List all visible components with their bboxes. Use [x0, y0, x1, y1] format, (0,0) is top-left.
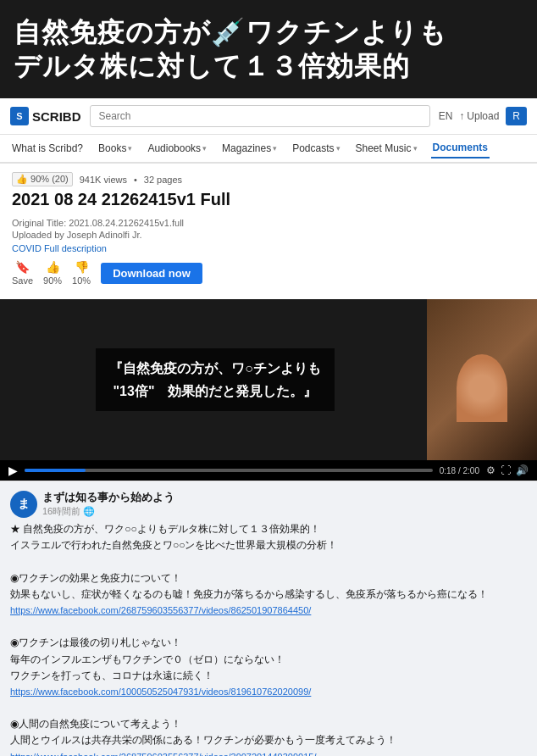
nav-audiobooks[interactable]: Audiobooks ▾ — [146, 139, 208, 158]
header-right: EN ↑ Upload R — [439, 107, 527, 125]
video-progress-bar[interactable] — [25, 469, 433, 472]
post-line: ◉ワクチンの効果と免疫力について！ — [10, 572, 181, 584]
progress-fill — [25, 469, 86, 472]
nav-documents[interactable]: Documents — [431, 138, 490, 158]
nav-sheet-music[interactable]: Sheet Music ▾ — [354, 139, 419, 158]
fb-link[interactable]: https://www.facebook.com/100050525047931… — [10, 687, 311, 697]
video-control-icons: ⚙ ⛶ 🔊 — [486, 464, 529, 476]
nav-podcasts[interactable]: Podcasts ▾ — [291, 139, 341, 158]
like-action[interactable]: 👍 90% — [43, 260, 62, 286]
scribd-logo-text: SCRIBD — [32, 109, 81, 124]
fb-post-body: ★ 自然免疫の方が、ワク○○よりもデルタ株に対して１３倍効果的！イスラエルで行わ… — [10, 521, 527, 756]
banner-line2: デルタ株に対して１３倍効果的 — [14, 51, 410, 81]
nav-books[interactable]: Books ▾ — [97, 139, 134, 158]
thumbs-down-icon: 👎 — [75, 260, 89, 274]
settings-icon[interactable]: ⚙ — [486, 464, 495, 476]
chevron-down-icon: ▾ — [202, 144, 207, 153]
fullscreen-icon[interactable]: ⛶ — [501, 464, 511, 476]
page-name[interactable]: まずは知る事から始めよう — [42, 490, 174, 505]
rating-badge: 👍 90% (20) — [12, 172, 73, 186]
doc-description-link[interactable]: COVID Full description — [12, 243, 525, 253]
video-controls-bar: ▶ 0:18 / 2:00 ⚙ ⛶ 🔊 — [0, 460, 537, 481]
bookmark-icon: 🔖 — [15, 260, 30, 274]
fb-post: ま まずは知る事から始めよう 16時間前 🌐 ★ 自然免疫の方が、ワク○○よりも… — [0, 481, 537, 756]
thumbs-up-icon: 👍 — [46, 260, 60, 274]
language-selector[interactable]: EN — [439, 110, 453, 122]
post-line: ★ 自然免疫の方が、ワク○○よりもデルタ株に対して１３倍効果的！ — [10, 523, 320, 535]
video-content: 『自然免疫の方が、ワ○チンよりも "13倍" 効果的だと発見した。』 — [0, 299, 537, 460]
upload-button[interactable]: ↑ Upload — [459, 110, 499, 122]
post-line: 効果もないし、症状が軽くなるのも嘘！免疫力が落ちるから感染するし、免疫系が落ちる… — [10, 588, 488, 600]
post-line: 人間とウイルスは共存共栄の関係にある！ワクチンが必要かもう一度考えてみよう！ — [10, 734, 396, 746]
thumbnail-background — [427, 299, 537, 460]
fb-post-header: ま まずは知る事から始めよう 16時間前 🌐 — [10, 490, 527, 518]
document-area: 👍 90% (20) 941K views • 32 pages 2021 08… — [0, 164, 537, 299]
video-banner: 自然免疫の方が💉ワクチンよりも デルタ株に対して１３倍効果的 — [0, 0, 537, 98]
scribd-logo[interactable]: S SCRIBD — [10, 107, 81, 125]
nav-magazines[interactable]: Magazines ▾ — [220, 139, 279, 158]
banner-text: 自然免疫の方が💉ワクチンよりも デルタ株に対して１３倍効果的 — [14, 15, 523, 83]
post-line: 毎年のインフルエンザもワクチンで０（ゼロ）にならない！ — [10, 653, 285, 665]
fb-link[interactable]: https://www.facebook.com/268759603556377… — [10, 752, 316, 756]
dislike-action[interactable]: 👎 10% — [72, 260, 91, 286]
fb-post-info: まずは知る事から始めよう 16時間前 🌐 — [42, 490, 174, 518]
scribd-header: S SCRIBD EN ↑ Upload R — [0, 98, 537, 135]
nav-what-is-scribd[interactable]: What is Scribd? — [10, 139, 85, 158]
original-title: Original Title: 2021.08.24.21262415v1.fu… — [12, 218, 525, 228]
doc-meta: 👍 90% (20) 941K views • 32 pages — [12, 172, 525, 186]
post-line: ◉人間の自然免疫について考えよう！ — [10, 718, 181, 730]
post-line: イスラエルで行われた自然免疫とワ○○ンを比べた世界最大規模の分析！ — [10, 539, 338, 551]
chevron-down-icon: ▾ — [336, 144, 340, 153]
volume-icon[interactable]: 🔊 — [516, 464, 529, 476]
download-button[interactable]: Download now — [101, 263, 202, 284]
video-embed[interactable]: 『自然免疫の方が、ワ○チンよりも "13倍" 効果的だと発見した。』 ▶ 0:1… — [0, 299, 537, 481]
scribd-logo-icon: S — [10, 107, 29, 125]
person-head — [457, 354, 507, 422]
register-button[interactable]: R — [506, 107, 527, 125]
video-time: 0:18 / 2:00 — [440, 466, 479, 475]
fb-link[interactable]: https://www.facebook.com/268759603556377… — [10, 605, 311, 615]
video-thumbnail — [427, 299, 537, 460]
post-line: ワクチンを打っても、コロナは永遠に続く！ — [10, 670, 213, 681]
views-count: 941K views — [80, 175, 127, 185]
save-action[interactable]: 🔖 Save — [12, 260, 33, 286]
globe-icon: 🌐 — [83, 506, 95, 517]
play-button[interactable]: ▶ — [8, 464, 18, 477]
overlay-text: 『自然免疫の方が、ワ○チンよりも "13倍" 効果的だと発見した。』 — [96, 348, 335, 411]
chevron-down-icon: ▾ — [413, 144, 418, 153]
post-time: 16時間前 🌐 — [42, 505, 174, 518]
chevron-down-icon: ▾ — [273, 144, 277, 153]
search-input[interactable] — [90, 105, 430, 127]
avatar: ま — [10, 491, 37, 518]
document-title: 2021 08 24 21262415v1 Full — [12, 190, 525, 209]
post-line: ◉ワクチンは最後の切り札じゃない！ — [10, 636, 181, 648]
doc-actions: 🔖 Save 👍 90% 👎 10% Download now — [12, 260, 525, 286]
scribd-nav: What is Scribd? Books ▾ Audiobooks ▾ Mag… — [0, 135, 537, 164]
uploaded-by: Uploaded by Joseph Adinolfi Jr. — [12, 230, 525, 240]
pages-count: 32 pages — [144, 175, 182, 185]
video-text-overlay: 『自然免疫の方が、ワ○チンよりも "13倍" 効果的だと発見した。』 — [0, 299, 427, 460]
chevron-down-icon: ▾ — [128, 144, 132, 153]
banner-line1: 自然免疫の方が💉ワクチンよりも — [14, 17, 447, 47]
